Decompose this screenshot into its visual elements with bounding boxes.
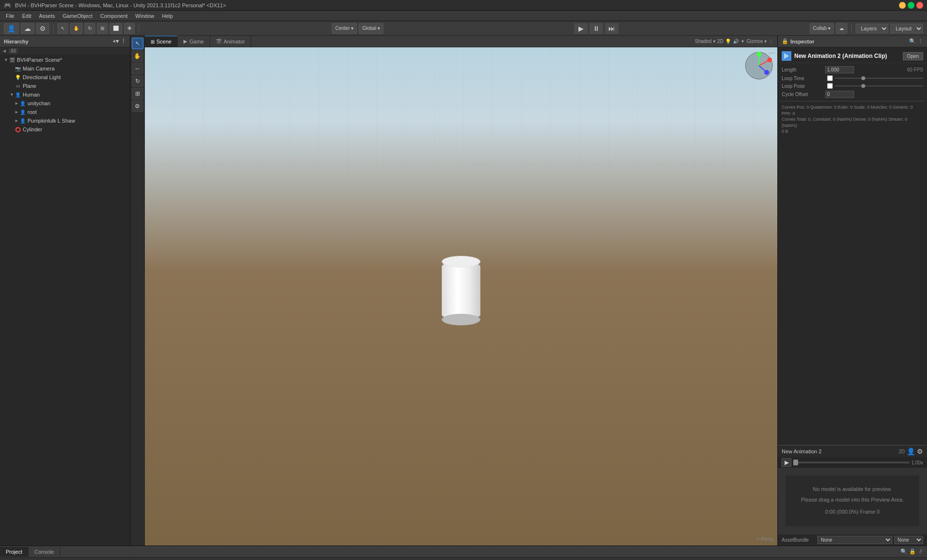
move-tool-btn[interactable]: ↖: [57, 23, 68, 34]
tab-console[interactable]: Console: [28, 547, 60, 557]
loop-pose-checkbox[interactable]: [827, 83, 833, 89]
hier-arrow-pumpkin: ►: [14, 118, 19, 123]
anim-2d-btn[interactable]: 2D: [899, 449, 905, 454]
hier-item-pumpkin[interactable]: ► 👤 Pumpkinlulk L Shaw: [0, 116, 130, 125]
project-search-icon[interactable]: 🔍: [900, 548, 907, 555]
hier-label-root: root: [28, 109, 37, 115]
rect-tool-btn[interactable]: ⬜: [110, 23, 122, 34]
scene-toolbar-audio[interactable]: 🔊: [733, 39, 739, 44]
anim-tab-icon: 🎬: [216, 39, 222, 44]
assetbundle-variant-select[interactable]: None: [894, 536, 923, 544]
human-icon: 👤: [14, 91, 21, 98]
scale-tool-btn[interactable]: ⊞: [97, 23, 108, 34]
collab-btn[interactable]: Collab ▾: [810, 23, 834, 34]
scale-tool[interactable]: ⊞: [132, 88, 143, 99]
cloud-build-btn[interactable]: ☁: [836, 23, 847, 34]
menu-help[interactable]: Help: [158, 12, 177, 20]
tab-project[interactable]: Project: [0, 547, 28, 557]
preview-resize-btn[interactable]: ↗: [918, 548, 923, 555]
step-button[interactable]: ⏭: [605, 23, 618, 34]
scene-viewport[interactable]: < Persp ⋯: [145, 47, 777, 546]
hier-item-root[interactable]: ► 👤 root: [0, 108, 130, 116]
custom-tool[interactable]: ⚙: [132, 100, 143, 112]
length-field[interactable]: [825, 66, 854, 73]
maximize-button[interactable]: [908, 2, 914, 9]
assets-browser: Assets ▶ BVHParser ▶ 👁 ↻ ⚙ ★ 16 🔍: [130, 558, 927, 560]
scene-toolbar-2d[interactable]: 2D: [717, 39, 724, 44]
hier-back-btn[interactable]: ◄: [2, 48, 7, 54]
close-button[interactable]: [916, 2, 923, 9]
open-button[interactable]: Open: [903, 52, 923, 60]
hier-label-scene: BVHParser Scene*: [17, 57, 62, 63]
hier-label-cylinder: Cylinder: [23, 126, 42, 132]
pause-button[interactable]: ⏸: [590, 23, 603, 34]
plane-icon: ▭: [14, 83, 21, 89]
menu-component[interactable]: Component: [96, 12, 131, 20]
rotate-tool-btn[interactable]: ↻: [84, 23, 95, 34]
menu-edit[interactable]: Edit: [18, 12, 35, 20]
menu-assets[interactable]: Assets: [35, 12, 59, 20]
rotate-tool[interactable]: ↻: [132, 75, 143, 87]
tab-scene[interactable]: ⊞ Scene: [145, 36, 178, 47]
hier-item-unitychan[interactable]: ► 👤 unitychan: [0, 99, 130, 108]
hier-item-light[interactable]: 💡 Directional Light: [0, 73, 130, 82]
menu-gameobject[interactable]: GameObject: [59, 12, 97, 20]
account-btn[interactable]: 👤: [4, 23, 19, 34]
anim-settings-btn[interactable]: ⚙: [917, 448, 923, 455]
pivot-btn[interactable]: Center ▾: [332, 23, 357, 34]
project-lock-icon[interactable]: 🔒: [909, 548, 916, 555]
inspector-header: 🔒 Inspector 🔍 ⋮: [778, 36, 927, 47]
pan-tool[interactable]: ↔: [132, 63, 143, 74]
scene-toolbar-fx[interactable]: ✦: [741, 39, 744, 44]
hier-arrow-unitychan: ►: [14, 101, 19, 106]
scene-toolbar-shading[interactable]: Shaded ▾: [695, 39, 715, 44]
play-button[interactable]: ▶: [574, 23, 588, 34]
title-text: BVH - BVHParser Scene - Windows, Mac, Li…: [15, 2, 226, 8]
menu-file[interactable]: File: [2, 12, 18, 20]
project-panel: + ▾ ▼ ★ Favorites 🔍 All Materials 🔍: [0, 558, 130, 560]
scene-toolbar-lights[interactable]: 💡: [725, 39, 731, 44]
settings-btn[interactable]: ⚙: [36, 23, 49, 34]
minimize-button[interactable]: [899, 2, 906, 9]
layout-dropdown[interactable]: Layout: [890, 24, 923, 33]
menu-window[interactable]: Window: [131, 12, 158, 20]
camera-icon: 📷: [14, 65, 21, 72]
scene-toolbar-more[interactable]: ⋮: [769, 39, 773, 44]
inspector-search-icon[interactable]: 🔍: [909, 38, 916, 44]
root-icon: 👤: [19, 109, 26, 115]
hierarchy-add-btn[interactable]: +▾: [113, 38, 119, 44]
pan-tool-btn[interactable]: ✋: [70, 23, 83, 34]
hier-arrow-root: ►: [14, 110, 19, 114]
hier-item-plane[interactable]: ▭ Plane: [0, 82, 130, 90]
scene-toolbar-gizmos[interactable]: Gizmos ▾: [746, 39, 767, 44]
clip-name: New Animation 2 (Animation Clip): [794, 53, 887, 59]
loop-pose-label: Loop Pose: [782, 84, 825, 89]
cycle-offset-label: Cycle Offset: [782, 92, 825, 97]
tab-animator[interactable]: 🎬 Animator: [210, 36, 251, 47]
inspector-menu-btn[interactable]: ⋮: [918, 38, 923, 44]
scene-persp-label[interactable]: < Persp: [757, 536, 773, 542]
select-tool[interactable]: ↖: [132, 38, 143, 49]
svg-point-5: [757, 52, 761, 56]
assetbundle-select[interactable]: None: [817, 536, 892, 544]
global-btn[interactable]: Global ▾: [359, 23, 383, 34]
hierarchy-menu-btn[interactable]: ⋮: [121, 38, 126, 44]
cycle-offset-field[interactable]: [825, 91, 854, 98]
hier-item-cylinder[interactable]: ⭕ Cylinder: [0, 125, 130, 134]
tab-game[interactable]: ▶ Game: [178, 36, 210, 47]
scene-main: ⊞ Scene ▶ Game 🎬 Animator Shaded ▾ 2D: [145, 36, 777, 546]
hier-item-camera[interactable]: 📷 Main Camera: [0, 64, 130, 73]
cloud-btn[interactable]: ☁: [21, 23, 34, 34]
loop-time-row: Loop Time: [780, 74, 925, 82]
anim-timeline[interactable]: [793, 462, 910, 463]
move-tool[interactable]: ✋: [132, 50, 143, 62]
hier-item-human[interactable]: ▼ 👤 Human: [0, 90, 130, 99]
transform-tool-btn[interactable]: ✤: [124, 23, 135, 34]
anim-avatar-btn[interactable]: 👤: [907, 448, 915, 455]
anim-play-btn[interactable]: ▶: [782, 458, 791, 467]
loop-time-checkbox[interactable]: [827, 75, 833, 81]
viewport-menu-btn[interactable]: ⋯: [769, 49, 775, 57]
hier-item-scene[interactable]: ▼ 🎬 BVHParser Scene*: [0, 56, 130, 64]
layers-dropdown[interactable]: Layers: [856, 24, 888, 33]
left-tools-panel: ↖ ✋ ↔ ↻ ⊞ ⚙: [130, 36, 145, 546]
